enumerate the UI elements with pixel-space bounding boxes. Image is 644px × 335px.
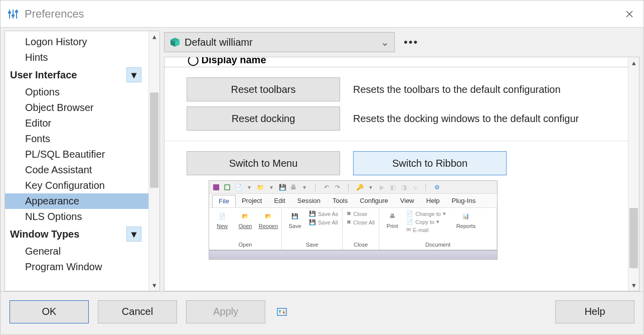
ribbon-preview: 📄 ▾ 📁 ▾ 💾 🖶 ▾ │ ↶ ↷ │ 🔑 ▾ — [209, 180, 498, 260]
sidebar-item[interactable]: Appearance — [5, 193, 148, 209]
print-icon: 🖶 — [289, 183, 297, 191]
scroll-up-icon[interactable]: ▴ — [628, 57, 639, 68]
category-sidebar: Logon HistoryHintsUser Interface▾Options… — [5, 31, 160, 291]
sidebar-item[interactable]: General — [5, 244, 148, 259]
sidebar-item[interactable]: Key Configuration — [5, 178, 148, 193]
titlebar: Preferences — [1, 1, 643, 28]
settings-panel: ◯ Display name Reset toolbars Resets the… — [164, 57, 639, 291]
scroll-down-icon[interactable]: ▾ — [149, 280, 159, 291]
sidebar-item[interactable]: PL/SQL Beautifier — [5, 147, 148, 162]
app-icon — [212, 183, 220, 191]
sliders-icon: ⚙ — [433, 183, 441, 191]
preview-close-button: ✖ Close — [346, 210, 376, 217]
preview-tab: Session — [291, 195, 327, 206]
save-icon: 💾 — [278, 183, 286, 191]
sidebar-item[interactable]: NLS Options — [5, 209, 148, 225]
sidebar-category[interactable]: Window Types▾ — [5, 225, 148, 244]
sidebar-item[interactable]: Fonts — [5, 131, 148, 147]
sidebar-scrollbar[interactable]: ▴ ▾ — [148, 31, 159, 291]
preferences-icon — [8, 9, 19, 20]
svg-rect-1 — [13, 10, 14, 19]
new-file-icon: 📄 — [234, 183, 242, 191]
preview-saveas-button: 💾 Save As — [308, 210, 339, 217]
svg-rect-10 — [225, 185, 230, 190]
scroll-thumb[interactable] — [629, 208, 638, 268]
window-title: Preferences — [25, 8, 84, 21]
close-button[interactable] — [622, 7, 636, 21]
sidebar-item[interactable]: Logon History — [5, 34, 148, 50]
dialog-footer: OK Cancel Apply Help — [1, 291, 643, 331]
profile-selected-label: Default williamr — [185, 37, 253, 48]
svg-rect-9 — [213, 184, 219, 190]
sidebar-item[interactable]: Options — [5, 84, 148, 100]
svg-rect-5 — [15, 11, 18, 13]
square-icon — [223, 183, 231, 191]
scroll-up-icon[interactable]: ▴ — [149, 31, 159, 42]
help-button[interactable]: Help — [555, 300, 634, 323]
preview-tab: Help — [420, 195, 446, 206]
preview-tab: Plug-Ins — [446, 195, 482, 206]
collapse-icon[interactable]: ▾ — [126, 227, 141, 242]
svg-rect-0 — [9, 10, 10, 19]
preview-new-button: 📄New — [212, 210, 232, 229]
svg-rect-11 — [277, 308, 286, 315]
preview-reopen-button: 📂Reopen — [258, 210, 278, 229]
sidebar-item[interactable]: Program Window — [5, 259, 148, 275]
key-icon: 🔑 — [356, 183, 364, 191]
sidebar-category[interactable]: User Interface▾ — [5, 65, 148, 84]
switch-to-menu-button[interactable]: Switch to Menu — [187, 151, 340, 175]
reset-docking-button[interactable]: Reset docking — [187, 106, 340, 131]
collapse-icon[interactable]: ▾ — [126, 67, 141, 82]
profile-select[interactable]: Default williamr ⌄ — [164, 32, 395, 52]
preview-tab: View — [394, 195, 420, 206]
profile-more-button[interactable]: ••• — [404, 36, 418, 49]
preview-ribbon: 📄New 📂Open 📂Reopen Open 💾Save — [209, 208, 497, 250]
ok-button[interactable]: OK — [10, 300, 89, 323]
preview-quick-access: 📄 ▾ 📁 ▾ 💾 🖶 ▾ │ ↶ ↷ │ 🔑 ▾ — [209, 181, 497, 194]
preview-statusbar — [209, 250, 497, 259]
preview-tab: Edit — [268, 195, 291, 206]
import-export-button[interactable] — [274, 304, 289, 319]
preview-copyto-button: 📄 Copy to ▾ — [405, 218, 447, 226]
scroll-down-icon[interactable]: ▾ — [628, 280, 639, 291]
preview-tab: File — [212, 195, 236, 207]
undo-icon: ↶ — [323, 183, 331, 191]
svg-rect-4 — [12, 15, 15, 17]
preview-reports-button: 📊Reports — [456, 210, 476, 229]
preview-tabs: FileProjectEditSessionToolsConfigureView… — [209, 194, 497, 208]
reset-toolbars-desc: Resets the toolbars to the default confi… — [353, 84, 561, 95]
cancel-button[interactable]: Cancel — [98, 300, 177, 323]
preview-tab: Configure — [354, 195, 394, 206]
reset-toolbars-button[interactable]: Reset toolbars — [187, 77, 340, 101]
package-icon — [170, 37, 181, 48]
sidebar-item[interactable]: Hints — [5, 50, 148, 65]
preview-closeall-button: ✖ Close All — [346, 218, 376, 226]
cropped-section-header: ◯ Display name — [165, 57, 628, 67]
preview-tab: Tools — [327, 195, 354, 206]
preview-save-button: 💾Save — [285, 210, 305, 229]
sidebar-item[interactable]: Code Assistant — [5, 162, 148, 178]
preview-tab: Project — [236, 195, 268, 206]
preview-saveall-button: 💾 Save All — [308, 218, 339, 226]
preview-print-button: 🖶Print — [382, 210, 402, 229]
folder-icon: 📁 — [256, 183, 264, 191]
panel-scrollbar[interactable]: ▴ ▾ — [628, 57, 639, 291]
preview-email-button: ✉ E-mail — [405, 226, 447, 234]
svg-rect-3 — [8, 12, 11, 14]
sidebar-item[interactable]: Object Browser — [5, 100, 148, 116]
preview-changeto-button: 📄 Change to ▾ — [405, 210, 447, 217]
redo-icon: ↷ — [334, 183, 342, 191]
sidebar-item[interactable]: Editor — [5, 116, 148, 131]
scroll-thumb[interactable] — [150, 92, 158, 188]
preview-open-button: 📂Open — [235, 210, 255, 229]
reset-docking-desc: Resets the docking windows to the defaul… — [353, 113, 579, 125]
switch-to-ribbon-button[interactable]: Switch to Ribbon — [353, 151, 507, 175]
apply-button[interactable]: Apply — [186, 300, 265, 323]
chevron-down-icon: ⌄ — [381, 36, 389, 48]
